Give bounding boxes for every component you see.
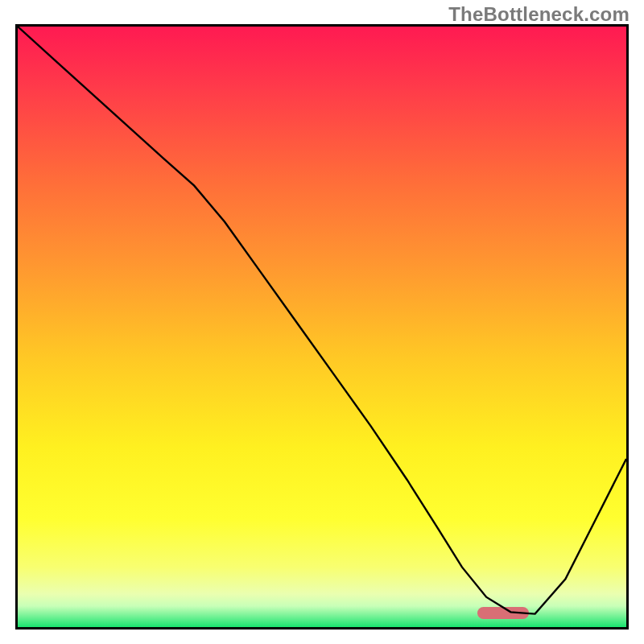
watermark-text: TheBottleneck.com <box>448 3 630 26</box>
bottleneck-curve <box>18 27 626 627</box>
plot-area <box>15 24 629 630</box>
